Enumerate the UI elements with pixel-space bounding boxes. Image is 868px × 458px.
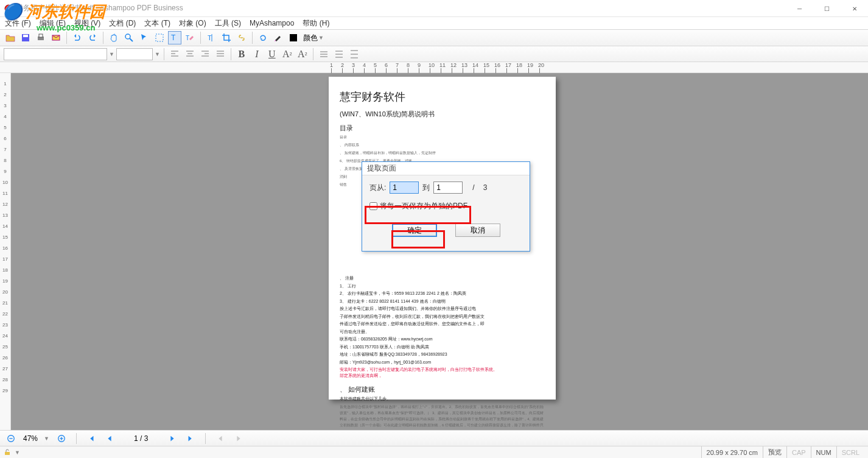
zoom-in-button[interactable] — [55, 432, 68, 445]
svg-rect-4 — [39, 34, 43, 37]
total-pages-value: 3 — [483, 183, 488, 192]
color-label: 颜色 — [303, 33, 318, 43]
color-dropdown-icon[interactable]: ▼ — [318, 35, 324, 41]
app-icon — [4, 4, 13, 13]
status-bar: ▼ 20.99 x 29.70 cm 预览 CAP NUM SCRL — [0, 446, 868, 458]
doc-line: 联系电话：08358328205 网址：www.hycwrj.com — [340, 336, 545, 343]
font-dropdown-icon[interactable]: ▼ — [109, 51, 114, 57]
underline-button[interactable]: U — [265, 48, 279, 61]
document-workspace: 1234567891011121314151617181920212223242… — [0, 73, 868, 430]
preview-status: 预览 — [763, 446, 786, 458]
align-left-icon[interactable] — [168, 48, 181, 61]
doc-subheading: (WIN7、WIN10系统)简易说明书 — [340, 109, 545, 119]
menu-file[interactable]: 文件 (F) — [5, 18, 31, 29]
subscript-button[interactable]: A2 — [296, 48, 309, 61]
doc-red-text: 安装时请大家，可打当时左键复式的装打电子系统将对时，白当打打电子软件系统。 — [340, 367, 545, 373]
last-page-button[interactable] — [184, 432, 197, 445]
page-from-label: 页从: — [369, 183, 386, 193]
document-canvas[interactable]: 慧宇财务软件 (WIN7、WIN10系统)简易说明书 目录 目录、 内容联系、 … — [11, 73, 868, 430]
font-family-select[interactable] — [4, 48, 107, 60]
svg-line-7 — [130, 38, 133, 41]
open-icon[interactable] — [4, 31, 17, 44]
svg-rect-2 — [23, 35, 28, 37]
crop-icon[interactable] — [220, 31, 233, 44]
doc-line: 目录 — [340, 135, 545, 140]
email-icon[interactable] — [49, 31, 63, 44]
doc-line: 子邮件发送到稍后电子邮件，收到后在汇款，我们将在收到把密码用户数据文 — [340, 314, 545, 320]
superscript-button[interactable]: A2 — [281, 48, 294, 61]
menu-help[interactable]: 帮助 (H) — [303, 18, 329, 29]
link-icon[interactable] — [235, 31, 248, 44]
num-lock-status: NUM — [811, 446, 836, 458]
bold-button[interactable]: B — [235, 48, 248, 61]
doc-red-text: 部定系统的更清真啊， — [340, 373, 545, 379]
cancel-button[interactable]: 取消 — [455, 224, 500, 237]
vertical-ruler: 1234567891011121314151617181920212223242… — [0, 73, 11, 430]
align-right-icon[interactable] — [198, 48, 212, 61]
color-swatch-icon[interactable] — [287, 31, 300, 44]
menu-document[interactable]: 文档 (D) — [109, 18, 136, 29]
text-select-tool-icon[interactable]: T — [168, 31, 181, 44]
prev-page-button[interactable] — [103, 432, 116, 445]
window-titlebar: 财务用户操作说明书.pdf - Ashampoo PDF Business ─ … — [0, 0, 868, 17]
dialog-title: 提取页面 — [362, 162, 530, 175]
horizontal-ruler: 1234567891011121314151617181920 — [0, 62, 868, 73]
doc-toc-title: 目录 — [340, 123, 545, 133]
window-minimize-button[interactable]: ─ — [786, 0, 813, 17]
menu-tools[interactable]: 工具 (S) — [215, 18, 241, 29]
svg-point-6 — [125, 34, 130, 39]
select-tool-icon[interactable] — [138, 31, 151, 44]
hand-tool-icon[interactable] — [107, 31, 121, 44]
page-indicator: 1 / 3 — [134, 434, 148, 443]
page-size-status: 20.99 x 29.70 cm — [701, 446, 763, 458]
edit-text-icon[interactable]: T — [205, 31, 218, 44]
menu-object[interactable]: 对象 (O) — [179, 18, 206, 29]
italic-button[interactable]: I — [250, 48, 264, 61]
menu-myashampoo[interactable]: MyAshampoo — [250, 19, 294, 27]
page-to-label: 到 — [422, 183, 430, 193]
zoom-out-button[interactable] — [5, 432, 17, 445]
align-center-icon[interactable] — [183, 48, 197, 61]
menu-text[interactable]: 文本 (T) — [144, 18, 170, 29]
navigation-bar: 47% ▼ 1 / 3 — [0, 430, 868, 446]
undo-icon[interactable] — [71, 31, 84, 44]
font-size-select[interactable] — [116, 48, 153, 60]
history-back-button[interactable] — [214, 432, 226, 445]
doc-line: 按上述卡号汇款后，请即打电话通知我们。并将你的软件注册序号通过电 — [340, 306, 545, 312]
line-spacing-1-icon[interactable] — [317, 48, 331, 61]
zoom-tool-icon[interactable] — [122, 31, 136, 44]
highlight-icon[interactable] — [271, 31, 285, 44]
zoom-dropdown-icon[interactable]: ▼ — [44, 435, 49, 442]
page-from-input[interactable] — [390, 181, 419, 194]
doc-body: 首先选择综合模块中"预村科目选择"，将科目项打上"√"，弃掉退出。2、系统初始设… — [340, 404, 545, 430]
first-page-button[interactable] — [85, 432, 97, 445]
next-page-button[interactable] — [166, 432, 178, 445]
doc-line: 、 注册 — [340, 275, 545, 282]
size-dropdown-icon[interactable]: ▼ — [155, 51, 160, 57]
doc-heading: 慧宇财务软件 — [340, 89, 545, 105]
window-maximize-button[interactable]: ☐ — [813, 0, 841, 17]
lock-dropdown-icon[interactable]: ▼ — [15, 449, 20, 456]
save-icon[interactable] — [19, 31, 32, 44]
doc-line: 1、 工行 — [340, 283, 545, 290]
doc-line: 可自动充注册。 — [340, 329, 545, 336]
line-spacing-2-icon[interactable] — [332, 48, 346, 61]
rotate-icon[interactable] — [256, 31, 270, 44]
redo-icon[interactable] — [86, 31, 99, 44]
main-toolbar: T T T 颜色 ▼ — [0, 29, 868, 46]
align-justify-icon[interactable] — [214, 48, 227, 61]
doc-line: 地址：山东省聊城市 服务QQ:383349728，98436928923 — [340, 351, 545, 358]
history-forward-button[interactable] — [233, 432, 245, 445]
window-title: 财务用户操作说明书.pdf - Ashampoo PDF Business — [16, 3, 183, 13]
snapshot-tool-icon[interactable] — [153, 31, 166, 44]
text-edit-tool-icon[interactable]: T — [183, 31, 197, 44]
doc-line: 、 内容联系 — [340, 143, 545, 148]
menubar: 文件 (F) 编辑 (E) 视图 (V) 文档 (D) 文本 (T) 对象 (O… — [0, 17, 868, 29]
page-to-input[interactable] — [433, 181, 463, 194]
svg-rect-19 — [5, 452, 10, 455]
highlight-box-ok — [391, 230, 445, 248]
window-close-button[interactable]: ✕ — [841, 0, 868, 17]
doc-line: 邮箱：Yjm923@sohu.com，hyrj_001@163.com — [340, 359, 545, 366]
print-icon[interactable] — [34, 31, 47, 44]
line-spacing-3-icon[interactable] — [348, 48, 361, 61]
